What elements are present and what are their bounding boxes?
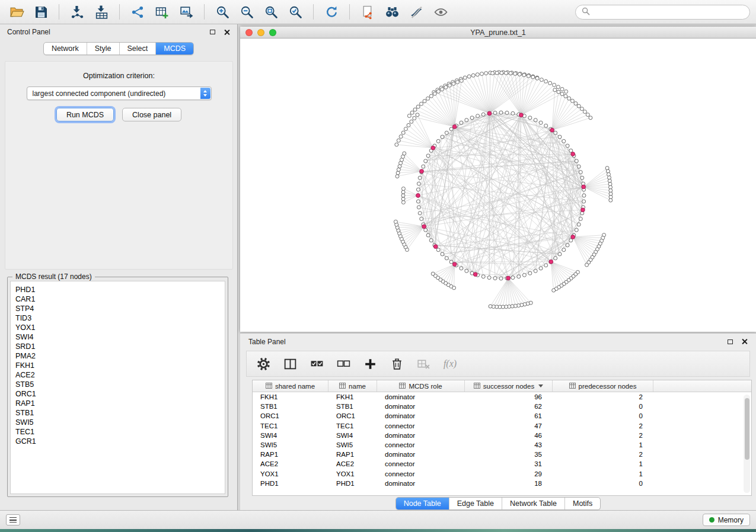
table-row[interactable]: SWI4 SWI4 dominator 46 2 <box>253 431 751 440</box>
tab-motifs[interactable]: Motifs <box>565 498 600 509</box>
function-builder-icon[interactable]: f(x) <box>439 354 461 373</box>
cell-successor-nodes: 61 <box>465 412 553 419</box>
result-item-stp4[interactable]: STP4 <box>15 304 225 313</box>
node-table-header: shared namenameMCDS rolesuccessor nodesp… <box>253 380 751 392</box>
result-item-tid3[interactable]: TID3 <box>15 313 225 323</box>
close-panel-button[interactable]: Close panel <box>122 108 181 121</box>
table-row[interactable]: RAP1 RAP1 dominator 35 2 <box>253 450 751 459</box>
memory-button[interactable]: Memory <box>703 514 750 526</box>
table-row[interactable]: ORC1 ORC1 dominator 61 0 <box>253 411 751 421</box>
table-scrollbar[interactable] <box>744 395 750 493</box>
close-panel-icon[interactable] <box>224 29 230 36</box>
table-panel: Table Panel f(x) shared namenameMCDS rol… <box>240 333 756 510</box>
control-panel: Control Panel NetworkStyleSelectMCDS Opt… <box>0 24 238 510</box>
tab-select[interactable]: Select <box>120 43 157 55</box>
new-table-icon[interactable] <box>151 2 173 21</box>
show-graphics-icon[interactable] <box>430 2 451 21</box>
network-canvas[interactable] <box>240 39 756 331</box>
tab-network-table[interactable]: Network Table <box>502 498 565 509</box>
unselect-all-icon[interactable] <box>333 354 354 373</box>
table-row[interactable]: FKH1 FKH1 dominator 96 2 <box>253 392 751 402</box>
result-item-stb1[interactable]: STB1 <box>15 408 225 418</box>
zoom-in-icon[interactable] <box>212 2 233 21</box>
tab-style[interactable]: Style <box>87 43 120 55</box>
duplicate-network-icon[interactable] <box>357 2 378 21</box>
table-row[interactable]: PHD1 PHD1 dominator 18 0 <box>253 479 751 488</box>
result-item-pma2[interactable]: PMA2 <box>15 351 225 361</box>
result-item-orc1[interactable]: ORC1 <box>15 389 225 399</box>
optimization-criterion-dropdown[interactable]: largest connected component (undirected) <box>27 86 212 100</box>
panel-list-button[interactable] <box>6 514 20 525</box>
table-row[interactable]: TEC1 TEC1 connector 47 2 <box>253 421 751 431</box>
zoom-window-button[interactable] <box>269 29 276 36</box>
run-mcds-button[interactable]: Run MCDS <box>56 108 114 121</box>
column-header-predecessor-nodes[interactable]: predecessor nodes <box>553 380 653 392</box>
cell-shared-name: SWI5 <box>253 441 328 448</box>
cell-name: FKH1 <box>328 393 377 400</box>
delete-column-icon[interactable] <box>386 354 407 373</box>
search-network-icon[interactable] <box>381 2 403 21</box>
toolbar-separator <box>59 4 59 20</box>
cell-successor-nodes: 29 <box>465 470 553 477</box>
add-column-icon[interactable] <box>359 354 381 373</box>
new-network-icon[interactable] <box>127 2 148 21</box>
show-columns-icon[interactable] <box>279 354 301 373</box>
result-item-car1[interactable]: CAR1 <box>15 294 225 304</box>
delete-table-disabled-icon[interactable] <box>413 354 434 373</box>
close-window-button[interactable] <box>245 29 253 36</box>
result-item-fkh1[interactable]: FKH1 <box>15 361 225 370</box>
minimize-window-button[interactable] <box>257 29 264 36</box>
network-window-titlebar[interactable]: YPA_prune.txt_1 <box>240 27 756 39</box>
table-row[interactable]: SWI5 SWI5 connector 43 1 <box>253 440 751 450</box>
settings-gear-icon[interactable] <box>253 354 274 373</box>
cell-name: SWI5 <box>328 441 377 448</box>
select-all-icon[interactable] <box>306 354 327 373</box>
mcds-result-list[interactable]: PHD1CAR1STP4TID3YOX1SWI4SRD1PMA2FKH1ACE2… <box>10 281 225 494</box>
scrollbar-thumb[interactable] <box>745 398 749 460</box>
import-network-file-icon[interactable] <box>66 2 88 21</box>
search-icon <box>582 7 590 17</box>
cell-successor-nodes: 47 <box>465 422 553 430</box>
result-item-ace2[interactable]: ACE2 <box>15 370 225 380</box>
result-item-yox1[interactable]: YOX1 <box>15 323 225 332</box>
save-session-icon[interactable] <box>30 2 52 21</box>
apply-style-icon[interactable] <box>406 2 427 21</box>
result-item-srd1[interactable]: SRD1 <box>15 342 225 351</box>
column-header-shared-name[interactable]: shared name <box>253 380 328 392</box>
tab-mcds[interactable]: MCDS <box>156 43 193 55</box>
float-panel-icon[interactable] <box>210 30 215 34</box>
column-header-mcds-role[interactable]: MCDS role <box>377 380 465 392</box>
search-input[interactable] <box>594 8 744 16</box>
cell-mcds-role: connector <box>377 422 465 430</box>
column-header-successor-nodes[interactable]: successor nodes <box>465 380 553 392</box>
result-item-swi4[interactable]: SWI4 <box>15 332 225 342</box>
zoom-fit-icon[interactable] <box>260 2 282 21</box>
table-row[interactable]: STB1 STB1 dominator 62 0 <box>253 402 751 411</box>
tab-network[interactable]: Network <box>44 43 87 55</box>
result-item-stb5[interactable]: STB5 <box>15 380 225 389</box>
cell-name: SWI4 <box>328 432 377 439</box>
tab-node-table[interactable]: Node Table <box>396 498 449 509</box>
node-table-body: FKH1 FKH1 dominator 96 2 STB1 STB1 domin… <box>253 392 751 488</box>
import-table-file-icon[interactable] <box>91 2 112 21</box>
mcds-result-title: MCDS result (17 nodes) <box>12 273 95 281</box>
search-box[interactable] <box>575 5 750 20</box>
result-item-gcr1[interactable]: GCR1 <box>15 437 225 446</box>
result-item-swi5[interactable]: SWI5 <box>15 418 225 427</box>
zoom-out-icon[interactable] <box>236 2 257 21</box>
refresh-layout-icon[interactable] <box>321 2 342 21</box>
table-row[interactable]: ACE2 ACE2 connector 31 1 <box>253 459 751 469</box>
column-header-name[interactable]: name <box>328 380 377 392</box>
result-item-tec1[interactable]: TEC1 <box>15 427 225 437</box>
tab-edge-table[interactable]: Edge Table <box>449 498 502 509</box>
result-item-phd1[interactable]: PHD1 <box>15 285 225 294</box>
application-window: Control Panel NetworkStyleSelectMCDS Opt… <box>0 0 756 532</box>
dropdown-stepper[interactable] <box>200 88 210 99</box>
result-item-rap1[interactable]: RAP1 <box>15 399 225 408</box>
close-table-panel-icon[interactable] <box>741 338 748 345</box>
open-session-icon[interactable] <box>6 2 27 21</box>
zoom-selected-icon[interactable] <box>285 2 306 21</box>
float-table-panel-icon[interactable] <box>728 339 733 344</box>
table-row[interactable]: YOX1 YOX1 connector 29 1 <box>253 469 751 479</box>
export-image-icon[interactable] <box>176 2 197 21</box>
